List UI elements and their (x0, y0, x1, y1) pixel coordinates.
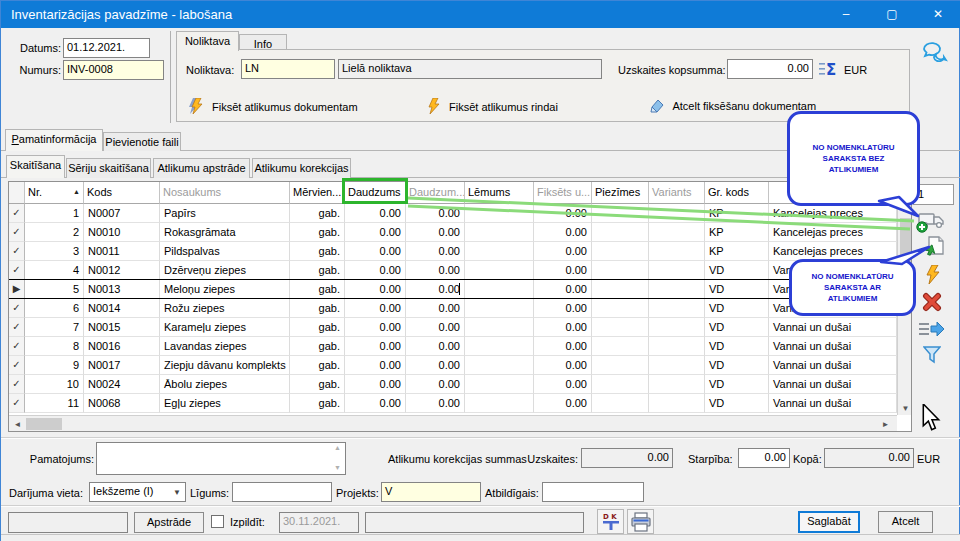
cell-fiksets[interactable]: 0.00 (534, 394, 592, 413)
row-check-mark[interactable]: ✓ (9, 394, 25, 413)
cell-lemums[interactable] (465, 261, 534, 280)
cell-variants[interactable] (649, 337, 705, 356)
cell-nr[interactable]: 3 (25, 242, 84, 261)
cell-piezimes[interactable] (592, 242, 649, 261)
cell-daudzums2[interactable]: 0.00 (406, 394, 465, 413)
cell-kods[interactable]: N0007 (84, 204, 160, 223)
cell-lemums[interactable] (465, 280, 534, 298)
cell-mervien[interactable]: gab. (290, 223, 345, 242)
cell-variants[interactable] (649, 242, 705, 261)
cell-mervien[interactable]: gab. (290, 375, 345, 394)
cell-variants[interactable] (649, 318, 705, 337)
cell-daudzums2[interactable]: 0.00 (406, 280, 465, 298)
cell-daudzums[interactable]: 0.00 (345, 394, 406, 413)
cell-lemums[interactable] (465, 394, 534, 413)
cell-grkods[interactable]: VD (705, 261, 769, 280)
cell-daudzums[interactable]: 0.00 (345, 204, 406, 223)
column-header-mervien[interactable]: Mērvien... (290, 182, 345, 204)
table-row[interactable]: ✓1N0007Papīrsgab.0.000.000.00KPKanceleja… (9, 204, 897, 223)
cell-nosaukums[interactable]: Karameļu ziepes (160, 318, 290, 337)
cell-grkods[interactable]: VD (705, 318, 769, 337)
filter-icon[interactable] (923, 346, 941, 366)
cell-piezimes[interactable] (592, 280, 649, 298)
noliktava-code-field[interactable]: LN (241, 59, 335, 79)
cell-grkods[interactable]: VD (705, 394, 769, 413)
cell-kods[interactable]: N0014 (84, 299, 160, 318)
darijuma-vieta-select[interactable]: Iekšzeme (I) (89, 482, 186, 502)
cell-nosaukums[interactable]: Egļu ziepes (160, 394, 290, 413)
cell-daudzums2[interactable]: 0.00 (406, 337, 465, 356)
cell-variants[interactable] (649, 299, 705, 318)
scroll-down-icon[interactable]: ▼ (898, 404, 912, 413)
table-row[interactable]: ✓2N0010Rokasgrāmatagab.0.000.000.00KPKan… (9, 223, 897, 242)
column-header-daudzums2[interactable]: Daudzum... (406, 182, 465, 204)
cell-grnosaukums[interactable]: Kancelejas preces (769, 223, 897, 242)
tab-skaitisana[interactable]: Skaitīšana (6, 155, 65, 178)
cell-daudzums2[interactable]: 0.00 (406, 204, 465, 223)
column-header-nosaukums[interactable]: Nosaukums (160, 182, 290, 204)
fix-balances-document-button[interactable]: Fiksēt atlikumus dokumentam (189, 98, 358, 114)
tab-atlikumu-apstrade[interactable]: Atlikumu apstrāde (153, 158, 250, 178)
izpildit-checkbox[interactable] (211, 515, 224, 528)
cell-mervien[interactable]: gab. (290, 299, 345, 318)
fix-balances-row-button[interactable]: Fiksēt atlikumus rindai (426, 98, 558, 114)
cell-piezimes[interactable] (592, 299, 649, 318)
cell-fiksets[interactable]: 0.00 (534, 318, 592, 337)
row-check-mark[interactable]: ✓ (9, 318, 25, 337)
datums-field[interactable]: 01.12.2021. (63, 38, 150, 58)
cell-daudzums[interactable]: 0.00 (345, 242, 406, 261)
print-button[interactable] (627, 509, 654, 534)
cell-daudzums[interactable]: 0.00 (345, 375, 406, 394)
row-check-mark[interactable]: ✓ (9, 299, 25, 318)
cell-kods[interactable]: N0015 (84, 318, 160, 337)
close-button[interactable]: ✕ (915, 1, 960, 28)
cell-daudzums2[interactable]: 0.00 (406, 299, 465, 318)
move-rows-icon[interactable] (919, 321, 945, 340)
cell-piezimes[interactable] (592, 204, 649, 223)
cell-mervien[interactable]: gab. (290, 280, 345, 298)
cell-fiksets[interactable]: 0.00 (534, 242, 592, 261)
spinner-up-icon[interactable]: ▲ (334, 444, 344, 451)
column-header-variants[interactable]: Variants (649, 182, 705, 204)
row-check-mark[interactable]: ✓ (9, 242, 25, 261)
cell-piezimes[interactable] (592, 223, 649, 242)
cell-grnosaukums[interactable]: Vannai un dušai (769, 337, 897, 356)
column-header-nr[interactable]: Nr.▲ (25, 182, 84, 204)
cell-grkods[interactable]: VD (705, 356, 769, 375)
row-check-mark[interactable]: ✓ (9, 223, 25, 242)
row-check-mark[interactable]: ✓ (9, 356, 25, 375)
cell-fiksets[interactable]: 0.00 (534, 299, 592, 318)
cell-daudzums2[interactable]: 0.00 (406, 356, 465, 375)
cell-variants[interactable] (649, 261, 705, 280)
cell-daudzums2[interactable]: 0.00 (406, 261, 465, 280)
atbildigais-field[interactable] (542, 482, 644, 502)
column-header-fiksets[interactable]: Fiksēts u... (534, 182, 592, 204)
spinner-down-icon[interactable]: ▼ (334, 464, 344, 471)
cell-variants[interactable] (649, 280, 705, 298)
scroll-left-icon[interactable]: ◄ (11, 420, 24, 429)
table-row[interactable]: ✓11N0068Egļu ziepesgab.0.000.000.00VDVan… (9, 394, 897, 413)
column-header-lemums[interactable]: Lēmums (465, 182, 534, 204)
cell-nosaukums[interactable]: Rožu ziepes (160, 299, 290, 318)
cell-nosaukums[interactable]: Meloņu ziepes (160, 280, 290, 298)
numurs-field[interactable]: INV-0008 (63, 60, 164, 80)
cell-daudzums[interactable]: 0.00 (345, 337, 406, 356)
cell-grkods[interactable]: VD (705, 299, 769, 318)
cell-nosaukums[interactable]: Papīrs (160, 204, 290, 223)
cell-mervien[interactable]: gab. (290, 204, 345, 223)
tab-noliktava[interactable]: Noliktava (176, 31, 239, 51)
cell-grnosaukums[interactable]: Vannai un dušai (769, 318, 897, 337)
tab-pamatinformacija[interactable]: Pamatinformācija (5, 129, 103, 151)
column-header-grkods[interactable]: Gr. kods (705, 182, 769, 204)
table-row[interactable]: ✓3N0011Pildspalvasgab.0.000.000.00KPKanc… (9, 242, 897, 261)
ligums-field[interactable] (232, 482, 332, 502)
cell-grkods[interactable]: KP (705, 204, 769, 223)
cell-kods[interactable]: N0068 (84, 394, 160, 413)
table-row[interactable]: ✓4N0012Dzērveņu ziepesgab.0.000.000.00VD… (9, 261, 897, 280)
cell-grnosaukums[interactable]: Vannai un dušai (769, 356, 897, 375)
pamatojums-field[interactable] (96, 442, 346, 475)
cell-nr[interactable]: 9 (25, 356, 84, 375)
cell-mervien[interactable]: gab. (290, 337, 345, 356)
cell-kods[interactable]: N0010 (84, 223, 160, 242)
table-row[interactable]: ✓9N0017Ziepju dāvanu komplektsgab.0.000.… (9, 356, 897, 375)
